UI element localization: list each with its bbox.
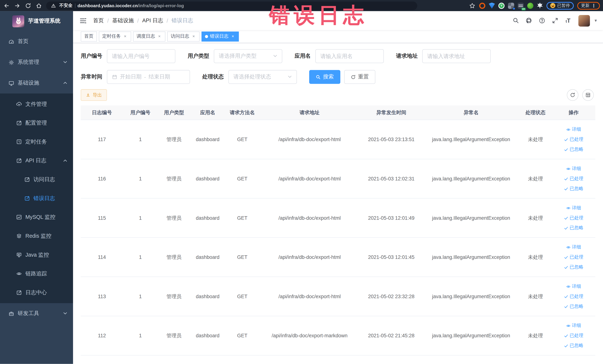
tag-error-log[interactable]: 错误日志 × xyxy=(201,31,239,41)
search-icon[interactable] xyxy=(511,16,521,26)
breadcrumb-item[interactable]: 首页 xyxy=(93,17,104,24)
user-type-select[interactable]: 请选择用户类型 xyxy=(214,49,282,63)
mark-ignored-link[interactable]: 已忽略 xyxy=(564,186,583,192)
cell-app-name: dashboard xyxy=(190,294,225,299)
breadcrumb: 首页 / 基础设施 / API 日志 / 错误日志 xyxy=(93,17,193,24)
column-settings-button[interactable] xyxy=(582,89,594,101)
sidebar-item-label: Java 监控 xyxy=(25,251,49,258)
detail-link[interactable]: 详细 xyxy=(566,126,581,133)
app-name-input[interactable] xyxy=(320,53,379,59)
tag-schedule-log[interactable]: 调度日志 × xyxy=(133,31,165,41)
sidebar-item-system[interactable]: 系统管理 xyxy=(0,52,73,73)
extension-on-badge: on xyxy=(521,7,526,10)
date-range-picker[interactable]: 开始日期 - 结束日期 xyxy=(107,70,190,84)
refresh-button[interactable] xyxy=(567,89,578,101)
browser-menu-kebab-icon[interactable]: ⋮ xyxy=(591,3,596,8)
address-bar[interactable]: 不安全 dashboard.yudao.iocoder.cn/infra/log… xyxy=(46,1,417,10)
mark-processed-link[interactable]: 已处理 xyxy=(564,254,583,260)
paused-extension-chip[interactable]: 已暂停 xyxy=(546,2,574,9)
back-icon[interactable] xyxy=(3,2,10,9)
tag-access-log[interactable]: 访问日志 × xyxy=(167,31,199,41)
tag-close-icon[interactable]: × xyxy=(157,34,162,39)
sidebar-item-redis-monitor[interactable]: Redis 监控 xyxy=(0,227,73,246)
sidebar-item-dev-tools[interactable]: 研发工具 xyxy=(0,303,73,324)
user-id-input[interactable] xyxy=(112,53,170,59)
extension-icon-white-puzzle[interactable] xyxy=(537,2,543,9)
sidebar-item-java-monitor[interactable]: Java 监控 xyxy=(0,246,73,264)
extension-icon-orange-ring[interactable] xyxy=(479,2,485,9)
user-avatar[interactable] xyxy=(578,15,590,26)
sidebar-item-mysql-monitor[interactable]: MySQL 监控 xyxy=(0,208,73,227)
mark-processed-link[interactable]: 已处理 xyxy=(564,293,583,300)
extension-icon-grid[interactable] xyxy=(508,2,514,9)
extension-icon-blue-shield[interactable] xyxy=(489,2,495,9)
avatar-caret-icon[interactable]: ▼ xyxy=(594,19,598,23)
request-url-input[interactable] xyxy=(427,53,486,59)
breadcrumb-item[interactable]: 基础设施 xyxy=(112,17,134,24)
tag-scheduled-jobs[interactable]: 定时任务 × xyxy=(99,31,131,41)
search-button[interactable]: 搜索 xyxy=(309,70,340,84)
sidebar-item-tracing[interactable]: 链路追踪 xyxy=(0,264,73,283)
chart-icon xyxy=(16,214,22,220)
tag-close-icon[interactable]: × xyxy=(231,34,235,39)
sidebar-item-file-management[interactable]: 文件管理 xyxy=(0,94,73,114)
mark-processed-link[interactable]: 已处理 xyxy=(564,332,583,339)
mark-ignored-link[interactable]: 已忽略 xyxy=(564,264,583,270)
breadcrumb-item[interactable]: API 日志 xyxy=(142,17,163,24)
sidebar-item-access-log[interactable]: 访问日志 xyxy=(0,170,73,189)
table-toolbar: 导出 xyxy=(81,89,595,101)
sidebar-logo-row[interactable]: 芋道管理系统 xyxy=(0,11,73,31)
sidebar-item-log-center[interactable]: 日志中心 xyxy=(0,283,73,302)
home-icon[interactable] xyxy=(35,2,42,9)
process-status-select[interactable]: 请选择处理状态 xyxy=(228,70,297,84)
table-row: 114 1 管理员 dashboard GET /api/infra/db-do… xyxy=(81,238,595,277)
tag-home[interactable]: 首页 xyxy=(81,31,97,41)
gear-icon xyxy=(8,59,14,65)
export-button[interactable]: 导出 xyxy=(81,89,107,101)
tag-close-icon[interactable]: × xyxy=(123,34,128,39)
cell-user-type: 管理员 xyxy=(158,293,190,300)
detail-link[interactable]: 详细 xyxy=(566,165,581,172)
bookmark-star-icon[interactable] xyxy=(469,2,476,9)
mark-processed-link[interactable]: 已处理 xyxy=(564,215,583,221)
detail-link[interactable]: 详细 xyxy=(566,244,581,250)
forward-icon[interactable] xyxy=(14,2,21,9)
sidebar-item-home[interactable]: 首页 xyxy=(0,31,73,52)
extension-icon-green-v[interactable]: V xyxy=(499,2,505,9)
github-icon[interactable] xyxy=(524,16,534,26)
column-header: 用户类型 xyxy=(158,109,190,116)
reset-button[interactable]: 重置 xyxy=(344,70,375,84)
mark-ignored-link[interactable]: 已忽略 xyxy=(564,303,583,310)
mark-processed-link[interactable]: 已处理 xyxy=(564,176,583,182)
mark-processed-link[interactable]: 已处理 xyxy=(564,136,583,143)
tag-close-icon[interactable]: × xyxy=(191,34,196,39)
eye-icon xyxy=(566,284,571,289)
detail-link[interactable]: 详细 xyxy=(566,205,581,211)
cell-exception-time: 2021-05-03 12:01:45 xyxy=(359,254,423,260)
sidebar-item-api-log[interactable]: API 日志 xyxy=(0,151,73,170)
reload-icon[interactable] xyxy=(25,2,32,9)
chevron-down-icon xyxy=(273,53,277,59)
font-size-icon[interactable]: tT xyxy=(563,16,573,26)
mark-ignored-link[interactable]: 已忽略 xyxy=(564,342,583,349)
fullscreen-icon[interactable] xyxy=(550,16,560,26)
breadcrumb-item-current: 错误日志 xyxy=(172,17,193,24)
column-header: 用户编号 xyxy=(123,109,158,116)
extension-icon-green-plant[interactable] xyxy=(527,2,533,9)
sidebar-item-error-log[interactable]: 错误日志 xyxy=(0,189,73,208)
mark-ignored-link[interactable]: 已忽略 xyxy=(564,225,583,231)
mark-ignored-link[interactable]: 已忽略 xyxy=(564,146,583,153)
detail-link[interactable]: 详细 xyxy=(566,283,581,290)
page-content: 用户编号 用户类型 请选择用户类型 应用名 xyxy=(73,43,603,364)
main-panel: 首页 / 基础设施 / API 日志 / 错误日志 xyxy=(73,11,603,364)
browser-update-button[interactable]: 更新 ⋮ xyxy=(577,2,600,9)
row-actions: 详细 已处理 已忽略 xyxy=(553,126,594,153)
sidebar-item-scheduled-jobs[interactable]: 定时任务 xyxy=(0,132,73,151)
hamburger-icon[interactable] xyxy=(79,17,87,24)
sidebar-item-infra[interactable]: 基础设施 xyxy=(0,73,73,94)
extension-icon-switch[interactable]: on xyxy=(518,2,524,9)
help-icon[interactable] xyxy=(537,16,547,26)
sidebar-item-config-management[interactable]: 配置管理 xyxy=(0,114,73,132)
eye-icon xyxy=(566,166,571,171)
detail-link[interactable]: 详细 xyxy=(566,322,581,329)
